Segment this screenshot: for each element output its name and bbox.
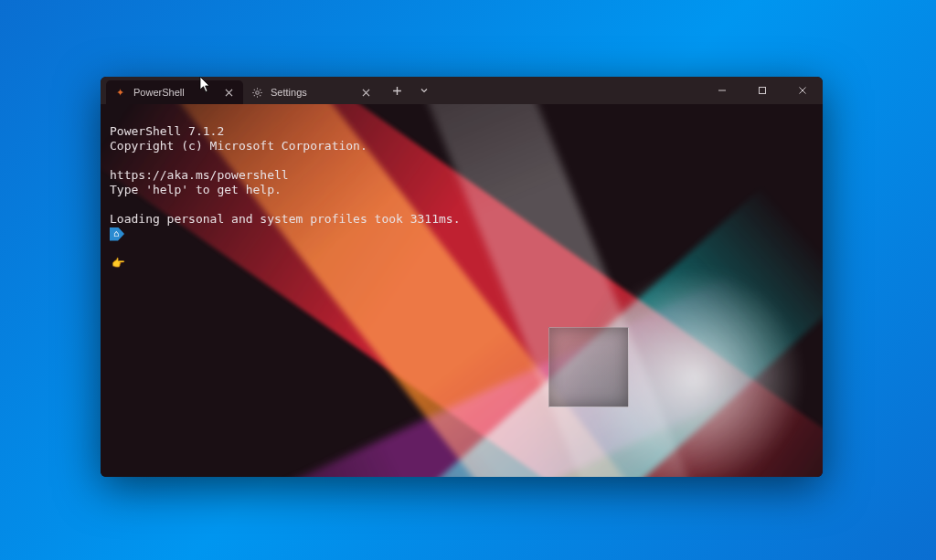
tab-label: PowerShell: [133, 87, 185, 98]
window-controls: [702, 77, 823, 104]
tab-settings[interactable]: Settings: [243, 80, 380, 104]
terminal-output: PowerShell 7.1.2 Copyright (c) Microsoft…: [101, 104, 823, 305]
output-line: Loading personal and system profiles too…: [110, 212, 461, 226]
output-line: https://aka.ms/powershell: [110, 168, 289, 182]
settings-icon: [250, 86, 263, 99]
pointing-hand-icon: 👉: [110, 256, 125, 270]
powershell-icon: ✦: [113, 86, 126, 99]
new-tab-button[interactable]: [384, 78, 410, 103]
output-line: Type 'help' to get help.: [110, 183, 282, 196]
prompt-line: ⌂: [110, 227, 814, 241]
close-tab-button[interactable]: [358, 85, 373, 100]
terminal-window: ✦ PowerShell Settings: [101, 77, 823, 477]
svg-rect-1: [760, 88, 766, 94]
tab-powershell[interactable]: ✦ PowerShell: [106, 80, 243, 104]
tab-label: Settings: [271, 87, 307, 98]
tab-dropdown-button[interactable]: [411, 78, 437, 103]
close-window-button[interactable]: [782, 77, 823, 104]
home-icon: ⌂: [110, 227, 124, 241]
tab-strip: ✦ PowerShell Settings: [101, 77, 702, 104]
terminal-pane[interactable]: PowerShell 7.1.2 Copyright (c) Microsoft…: [101, 104, 823, 477]
maximize-button[interactable]: [742, 77, 782, 104]
titlebar[interactable]: ✦ PowerShell Settings: [101, 77, 823, 104]
svg-point-0: [255, 90, 259, 94]
output-line: PowerShell 7.1.2: [110, 124, 224, 138]
prompt-cursor-line: 👉: [110, 256, 814, 270]
minimize-button[interactable]: [702, 77, 742, 104]
output-line: Copyright (c) Microsoft Corporation.: [110, 139, 367, 153]
close-tab-button[interactable]: [221, 85, 236, 100]
